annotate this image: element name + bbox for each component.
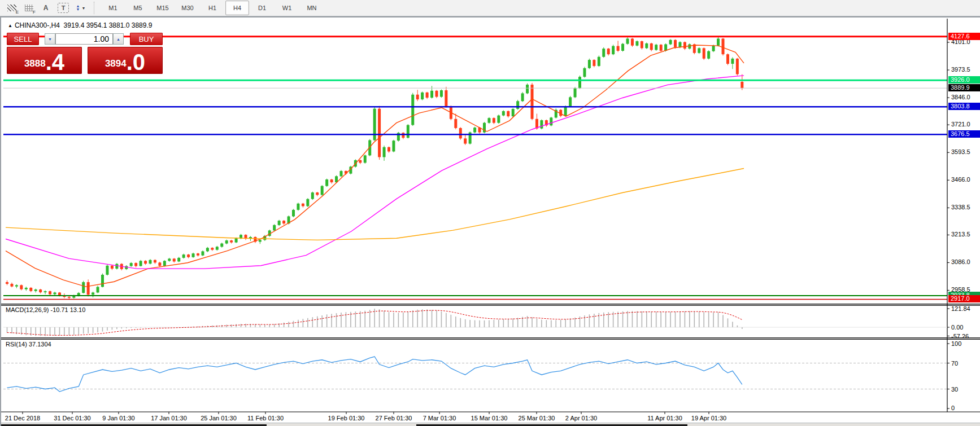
candle xyxy=(683,42,686,49)
buy-button[interactable]: BUY xyxy=(130,33,163,45)
candle xyxy=(387,147,390,152)
candles-layer xyxy=(6,37,743,299)
candle xyxy=(302,204,304,207)
candle xyxy=(516,101,519,109)
date-axis: 21 Dec 201831 Dec 01:309 Jan 01:3017 Jan… xyxy=(1,412,948,423)
chevron-up-icon: ▲ xyxy=(116,37,120,41)
candle xyxy=(507,111,509,116)
candle xyxy=(192,253,195,257)
candle xyxy=(493,118,495,122)
candle xyxy=(698,48,700,52)
candle xyxy=(607,49,610,54)
candle xyxy=(292,210,295,217)
timeframe-button-m15[interactable]: M15 xyxy=(151,1,175,15)
price-badge-3803.8: 3803.8 xyxy=(948,103,980,110)
price-tick-label: 3338.5 xyxy=(951,204,970,210)
candle xyxy=(177,258,180,262)
candle xyxy=(473,128,476,132)
candle xyxy=(216,247,219,249)
candle xyxy=(497,116,500,123)
fibonacci-grid-icon[interactable]: F xyxy=(21,1,37,15)
price-axis: 4101.03973.53846.03721.03593.53466.03338… xyxy=(948,17,980,305)
candle xyxy=(239,235,242,238)
timeframe-button-w1[interactable]: W1 xyxy=(275,1,299,15)
candle xyxy=(588,60,591,68)
volume-decrease-button[interactable]: ▼ xyxy=(45,33,55,45)
candle xyxy=(259,240,262,241)
candle xyxy=(445,90,447,106)
candle xyxy=(130,263,133,266)
buy-price-frac: .0 xyxy=(127,52,145,72)
candle xyxy=(612,46,615,55)
chevron-down-icon: ▼ xyxy=(48,37,52,41)
collapse-arrow-icon[interactable]: ▲ xyxy=(8,23,12,28)
candle xyxy=(15,285,18,286)
timeframe-button-mn[interactable]: MN xyxy=(300,1,324,15)
candle xyxy=(430,91,433,98)
candle xyxy=(650,43,653,50)
timeframe-button-m5[interactable]: M5 xyxy=(126,1,150,15)
price-badge-3889.9: 3889.9 xyxy=(948,84,980,91)
candle xyxy=(163,261,166,266)
candle xyxy=(230,240,233,242)
moving-average-slow xyxy=(6,168,744,240)
candle xyxy=(134,263,137,266)
date-label: 19 Feb 01:30 xyxy=(321,415,372,421)
candle xyxy=(10,284,13,287)
toolbar: EFAT▲▼▼M1M5M15M30H1H4D1W1MN xyxy=(0,0,980,16)
text-box-icon[interactable]: T xyxy=(58,3,69,13)
candle xyxy=(411,95,414,125)
candle xyxy=(140,261,142,266)
candle xyxy=(598,57,600,66)
date-label: 27 Feb 01:30 xyxy=(368,415,419,421)
candle xyxy=(383,147,386,157)
sell-price-main: 3888 xyxy=(24,55,46,72)
horizontal-scrollbar[interactable] xyxy=(1,423,980,426)
sell-price-button[interactable]: 3888.4 xyxy=(7,47,82,74)
toolbar-separator xyxy=(94,2,97,14)
volume-increase-button[interactable]: ▲ xyxy=(113,33,124,45)
sell-button[interactable]: SELL xyxy=(7,33,39,45)
candle xyxy=(631,38,634,45)
elliott-wave-icon[interactable]: E xyxy=(4,1,20,15)
candle xyxy=(54,292,56,294)
text-label-icon[interactable]: A xyxy=(38,1,54,15)
arrange-windows-icon[interactable]: ▲▼▼ xyxy=(73,1,89,15)
candle xyxy=(717,38,720,45)
candle xyxy=(182,254,185,258)
candle xyxy=(626,38,629,43)
candle xyxy=(58,292,61,295)
candle xyxy=(149,260,152,264)
candle xyxy=(726,54,729,64)
candle xyxy=(703,48,705,58)
price-badge-4127.6: 4127.6 xyxy=(948,33,980,40)
candle xyxy=(641,41,643,48)
timeframe-button-h4[interactable]: H4 xyxy=(225,1,249,15)
candle xyxy=(20,285,23,289)
buy-price-button[interactable]: 3894.0 xyxy=(88,47,163,74)
macd-axis: 121.840.00-57.26 xyxy=(948,306,980,338)
candle xyxy=(487,118,490,122)
candle xyxy=(92,292,94,295)
volume-input[interactable] xyxy=(55,33,113,45)
moving-average-mid xyxy=(6,76,744,269)
candle xyxy=(101,275,104,287)
candle xyxy=(316,192,319,195)
timeframe-button-d1[interactable]: D1 xyxy=(250,1,274,15)
candle xyxy=(531,85,534,119)
price-tick-label: 3593.5 xyxy=(951,148,970,155)
candle xyxy=(34,289,37,291)
candle xyxy=(593,60,595,66)
chart-canvas[interactable] xyxy=(1,17,980,426)
candle xyxy=(87,282,90,295)
candle xyxy=(220,244,223,247)
timeframe-button-m1[interactable]: M1 xyxy=(101,1,125,15)
timeframe-button-m30[interactable]: M30 xyxy=(176,1,199,15)
candle xyxy=(540,120,543,129)
price-tick-label: 3086.0 xyxy=(951,258,970,265)
candle xyxy=(378,109,381,157)
macd-tick-label: -57.26 xyxy=(951,333,969,339)
candle xyxy=(526,85,529,93)
timeframe-button-h1[interactable]: H1 xyxy=(201,1,224,15)
rsi-tick-label: 70 xyxy=(951,360,958,367)
